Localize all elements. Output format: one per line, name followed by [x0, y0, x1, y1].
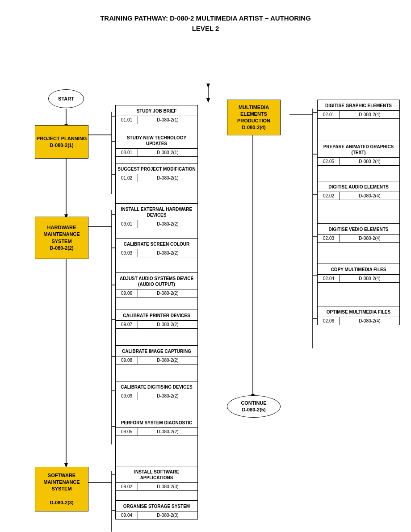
task-copy-multimedia: COPY MULTIMEDIA FILES 02.04 D-080-2(4)	[317, 264, 400, 283]
task-install-software: INSTALL SOFTWARE APPLICATIONS 09.02 D-08…	[115, 466, 198, 491]
page-title: TRAINING PATHWAY: D-080-2 MULTIMEDIA ART…	[0, 0, 411, 42]
task-study-tech: STUDY NEW TECHNOLOGY UPDATES 08.01 D-080…	[115, 132, 198, 157]
task-calibrate-printer: CALIBRATE PRINTER DEVICES 09.07 D-080-2(…	[115, 310, 198, 329]
task-prepare-animated: PREPARE ANIMATED GRAPHICS (TEXT) 02.05 D…	[317, 141, 400, 166]
task-adjust-audio: ADJUST AUDIO SYSTEMS DEVICE (AUDIO OUTPU…	[115, 272, 198, 297]
task-organise-storage: ORGANISE STORAGE SYSTEM 09.04 D-080-2(3)	[115, 500, 198, 519]
hardware-maintenance-box: HARDWAREMAINTENANCESYSTEMD-080-2(2)	[35, 217, 88, 259]
project-planning-box: PROJECT PLANNINGD-080-2(1)	[35, 125, 88, 159]
right-tasks-border	[317, 100, 400, 323]
task-digitise-audio: DIGITISE AUDIO ELEMENTS 02.02 D-080-2(4)	[317, 181, 400, 200]
task-calibrate-digitising: CALIBRATE DIGITISING DEVICES 09.09 D-080…	[115, 381, 198, 400]
task-suggest-project: SUGGEST PROJECT MODIFICATION 01.02 D-080…	[115, 163, 198, 182]
diagram-area: START PROJECT PLANNINGD-080-2(1) HARDWAR…	[0, 42, 411, 532]
svg-marker-36	[206, 84, 210, 88]
svg-marker-25	[206, 98, 210, 103]
task-calibrate-screen: CALIBRATE SCREEN COLOUR 09.03 D-080-2(2)	[115, 238, 198, 257]
multimedia-elements-box: MULTIMEDIAELEMENTSPRODUCTIOND-080-2(4)	[227, 100, 281, 135]
continue-oval: CONTINUED-080-2(5)	[227, 395, 281, 418]
task-install-hardware: INSTALL EXTERNAL HARDWARE DEVICES 09.01 …	[115, 203, 198, 228]
task-calibrate-image: CALIBRATE IMAGE CAPTURING 09.08 D-080-2(…	[115, 345, 198, 364]
task-optimise-multimedia: OPTIMISE MULTIMEDIA FILES 02.06 D-080-2(…	[317, 306, 400, 325]
task-study-job-brief: STUDY JOB BRIEF 01.01 D-080-2(1)	[115, 105, 198, 124]
start-oval: START	[48, 89, 84, 108]
software-maintenance-box: SOFTWAREMAINTENANCESYSTEMD-080-2(3)	[35, 467, 88, 511]
task-digitise-video: DIGITISE VEDIO ELEMENTS 02.03 D-080-2(4)	[317, 223, 400, 243]
task-perform-diagnostic: PERFORM SYSTEM DIAGNOSTIC 09.05 D-080-2(…	[115, 417, 198, 436]
task-digitise-graphic: DIGITISE GRAPHIC ELEMENTS 02.01 D-080-2(…	[317, 100, 400, 119]
